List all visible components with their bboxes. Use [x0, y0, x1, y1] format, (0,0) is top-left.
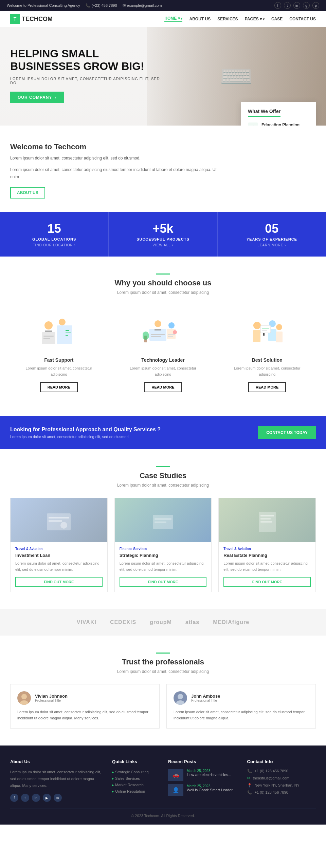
- hero-section: ⌨️ HELPING SMALL BUSINESSES GROW BIG! LO…: [0, 27, 326, 126]
- svg-rect-43: [260, 518, 271, 520]
- case-card-2-button[interactable]: Find Out More: [120, 577, 207, 587]
- svg-rect-1: [57, 325, 72, 344]
- footer-contact: Contact Info 📞 +1 (0) 123 456 7890 ✉ the…: [247, 759, 316, 802]
- footer-social-em[interactable]: ✉: [54, 794, 62, 802]
- case-card-1-button[interactable]: Find Out More: [15, 577, 103, 587]
- footer-post-1: 🚗 March 25, 2023 How are electric vehicl…: [168, 769, 237, 781]
- trust-section: Trust the professionals Lorem ipsum dolo…: [0, 636, 326, 746]
- svg-rect-6: [43, 336, 54, 337]
- social-facebook[interactable]: f: [274, 2, 281, 9]
- footer-phone-2: 📞 +1 (0) 123 456 7890: [247, 790, 316, 795]
- svg-rect-17: [151, 336, 161, 337]
- footer-grid: About Us Lorem ipsum dolor sit amet, con…: [10, 759, 316, 802]
- location-icon: 📍: [247, 783, 252, 788]
- card-solution-button[interactable]: Read More: [248, 382, 286, 392]
- svg-rect-42: [260, 515, 274, 516]
- welcome-right: [234, 143, 316, 199]
- svg-rect-39: [155, 522, 166, 523]
- nav-pages[interactable]: PAGES ▾: [245, 17, 265, 21]
- card-tech-button[interactable]: Read More: [144, 382, 182, 392]
- card-solution-desc: Lorem ipsum dolor sit amet, consectetur …: [225, 365, 309, 377]
- case-card-2-desc: Lorem ipsum dolor sit amet, consectetur …: [120, 561, 207, 572]
- logo: T TECHCOM: [10, 14, 53, 24]
- testimonial-1-name: Vivian Johnson: [35, 694, 68, 699]
- trust-title: Trust the professionals: [10, 658, 316, 666]
- testimonial-1-text: Lorem ipsum dolor sit amet, consectetur …: [17, 709, 152, 721]
- partner-mediafigure: MEDIAfigure: [213, 619, 249, 625]
- svg-point-2: [44, 321, 53, 329]
- why-card-support: Fast Support Lorem ipsum dolor sit amet,…: [10, 305, 108, 399]
- footer-social-yt[interactable]: ▶: [43, 794, 51, 802]
- nav-case[interactable]: CASE: [271, 17, 283, 21]
- footer-link-3[interactable]: Market Research: [112, 782, 158, 788]
- hero-cta-button[interactable]: OUR COMPANY ›: [10, 92, 64, 103]
- welcome-section: Welcome to Techcom Lorem ipsum dolor sit…: [0, 126, 326, 212]
- stat-experience-link[interactable]: LEARN MORE ›: [224, 243, 319, 247]
- card-support-title: Fast Support: [17, 357, 101, 363]
- footer-link-2[interactable]: Sales Services: [112, 775, 158, 782]
- about-us-button[interactable]: About Us: [10, 187, 45, 199]
- card-tech-title: Technology Leader: [121, 357, 205, 363]
- footer-social-tw[interactable]: t: [21, 794, 29, 802]
- nav-about[interactable]: ABOUT US: [189, 17, 211, 21]
- topbar: Welcome to Professional Consulting Agenc…: [0, 0, 326, 11]
- card-tech-desc: Lorem ipsum dolor sit amet, consectetur …: [121, 365, 205, 377]
- why-section: Why you should choose us Lorem ipsum dol…: [0, 257, 326, 416]
- case-title: Case Studies: [10, 471, 316, 480]
- stat-experience-num: 05: [224, 222, 319, 236]
- logo-icon: T: [10, 14, 20, 24]
- testimonial-1-header: Vivian Johnson Professional Title: [17, 691, 152, 705]
- partner-atlas: atlas: [185, 619, 199, 625]
- nav-contact[interactable]: CONTACT US: [289, 17, 316, 21]
- footer-social-fb[interactable]: f: [10, 794, 18, 802]
- footer-post-2-img: 👤: [168, 784, 183, 796]
- footer-link-1[interactable]: Strategic Consulting: [112, 769, 158, 775]
- nav-links: HOME ▾ ABOUT US SERVICES PAGES ▾ CASE CO…: [164, 16, 316, 22]
- testimonial-2-avatar: [174, 691, 187, 705]
- footer-social: f t in ▶ ✉: [10, 794, 102, 802]
- svg-point-27: [276, 324, 282, 330]
- stat-projects-link[interactable]: VIEW ALL ›: [115, 243, 210, 247]
- stat-projects-num: +5k: [115, 222, 210, 236]
- partners-section: VIVAKI CEDEXIS groupM atlas MEDIAfigure: [0, 609, 326, 636]
- case-card-1-desc: Lorem ipsum dolor sit amet, consectetur …: [15, 561, 103, 572]
- nav-services[interactable]: SERVICES: [217, 17, 238, 21]
- stat-projects-label: SUCCESSFUL PROJECTS: [115, 237, 210, 241]
- footer-address: 📍 New York NY, Sherhan, NY: [247, 783, 316, 788]
- case-section-divider: [156, 466, 170, 467]
- svg-point-36: [60, 522, 67, 529]
- social-twitter[interactable]: t: [284, 2, 291, 9]
- nav-home[interactable]: HOME ▾: [164, 16, 182, 22]
- why-cards: Fast Support Lorem ipsum dolor sit amet,…: [10, 305, 316, 399]
- topbar-phone: 📞 (+23) 456 7890: [86, 3, 117, 8]
- svg-rect-29: [260, 325, 271, 333]
- case-card-2: Finance Services Strategic Planning Lore…: [114, 498, 212, 592]
- testimonials: Vivian Johnson Professional Title Lorem …: [10, 684, 316, 729]
- card-support-button[interactable]: Read More: [40, 382, 78, 392]
- footer-post-1-title[interactable]: How are electric vehicles...: [187, 773, 231, 777]
- footer-about-title: About Us: [10, 759, 102, 764]
- social-pinterest[interactable]: p: [312, 2, 319, 9]
- education-icon: 🎓: [248, 122, 258, 126]
- case-card-3-title: Real Estate Planning: [223, 553, 311, 558]
- footer-social-in[interactable]: in: [32, 794, 40, 802]
- testimonial-2-name: John Ambose: [191, 694, 220, 699]
- svg-point-49: [178, 694, 183, 699]
- footer-about-text: Lorem ipsum dolor sit amet, consectetur …: [10, 769, 102, 789]
- svg-rect-7: [43, 338, 50, 339]
- cta-button[interactable]: Contact Us Today: [258, 426, 316, 439]
- welcome-body: Lorem ipsum dolor sit amet, consectetur …: [10, 166, 217, 180]
- footer-link-4[interactable]: Online Reputation: [112, 788, 158, 795]
- case-card-3-button[interactable]: Find Out More: [223, 577, 311, 587]
- section-divider: [156, 273, 170, 275]
- social-linkedin[interactable]: in: [293, 2, 300, 9]
- footer: About Us Lorem ipsum dolor sit amet, con…: [0, 746, 326, 825]
- topbar-email: ✉ example@gmail.com: [123, 3, 162, 8]
- card-tech-img: [121, 312, 205, 353]
- svg-rect-3: [45, 331, 52, 332]
- stat-locations-link[interactable]: FIND OUR LOCATION ›: [7, 243, 102, 247]
- social-google[interactable]: g: [303, 2, 310, 9]
- offer-title: What We Offer: [248, 109, 280, 117]
- case-card-3-body: Travel & Aviation Real Estate Planning L…: [219, 542, 315, 591]
- footer-post-2-title[interactable]: Well is Good: Smart Leader: [187, 788, 233, 792]
